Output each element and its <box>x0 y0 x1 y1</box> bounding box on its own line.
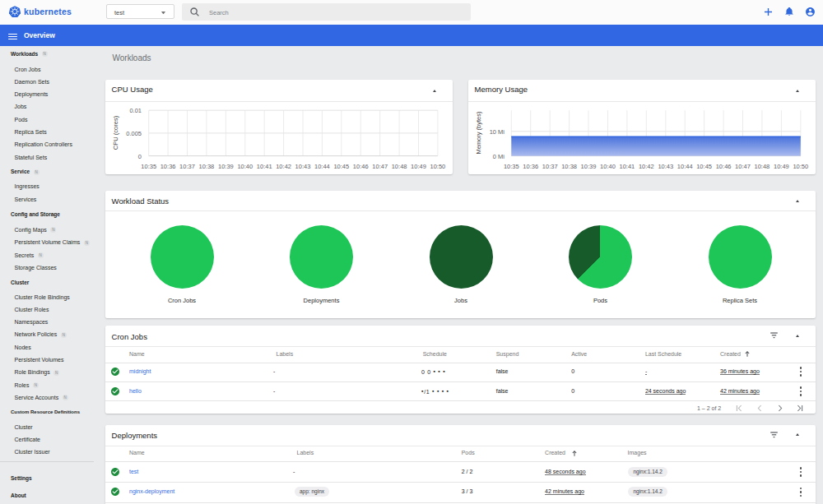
svg-text:10:42: 10:42 <box>639 163 654 170</box>
svg-text:10:36: 10:36 <box>160 163 176 170</box>
svg-text:10:38: 10:38 <box>199 163 215 170</box>
svg-text:10:50: 10:50 <box>793 163 808 170</box>
svg-text:10:40: 10:40 <box>237 163 253 170</box>
svg-text:10:37: 10:37 <box>179 163 195 170</box>
svg-text:10:47: 10:47 <box>735 163 751 170</box>
svg-text:10:40: 10:40 <box>600 163 616 170</box>
svg-text:Memory (bytes): Memory (bytes) <box>475 111 482 155</box>
svg-text:0 Mi: 0 Mi <box>493 153 505 160</box>
svg-text:10:43: 10:43 <box>658 163 673 170</box>
svg-text:10:46: 10:46 <box>716 163 732 170</box>
svg-text:10:45: 10:45 <box>333 163 349 170</box>
svg-text:10:36: 10:36 <box>523 163 538 170</box>
svg-text:10:48: 10:48 <box>755 163 770 170</box>
svg-text:0: 0 <box>138 153 142 160</box>
svg-text:10:41: 10:41 <box>620 163 635 170</box>
svg-text:10:49: 10:49 <box>411 163 426 170</box>
svg-text:10 Mi: 10 Mi <box>490 128 505 136</box>
svg-text:10:48: 10:48 <box>392 163 407 170</box>
svg-text:10:47: 10:47 <box>372 163 388 170</box>
svg-text:10:38: 10:38 <box>561 163 577 170</box>
svg-text:10:49: 10:49 <box>774 163 789 170</box>
svg-text:10:44: 10:44 <box>314 163 330 170</box>
svg-text:10:39: 10:39 <box>581 163 597 170</box>
svg-text:10:39: 10:39 <box>218 163 234 170</box>
svg-text:0.01: 0.01 <box>129 107 142 114</box>
svg-text:10:37: 10:37 <box>542 163 558 170</box>
svg-text:10:43: 10:43 <box>295 163 311 170</box>
svg-text:CPU (cores): CPU (cores) <box>112 115 119 150</box>
svg-text:10:50: 10:50 <box>430 163 446 170</box>
svg-text:0.005: 0.005 <box>126 130 142 137</box>
svg-text:10:35: 10:35 <box>504 163 519 170</box>
svg-text:10:42: 10:42 <box>276 163 291 170</box>
svg-text:10:46: 10:46 <box>353 163 369 170</box>
svg-text:10:41: 10:41 <box>257 163 272 170</box>
svg-text:10:45: 10:45 <box>696 163 712 170</box>
svg-text:10:44: 10:44 <box>677 163 693 170</box>
svg-text:10:35: 10:35 <box>141 163 156 170</box>
